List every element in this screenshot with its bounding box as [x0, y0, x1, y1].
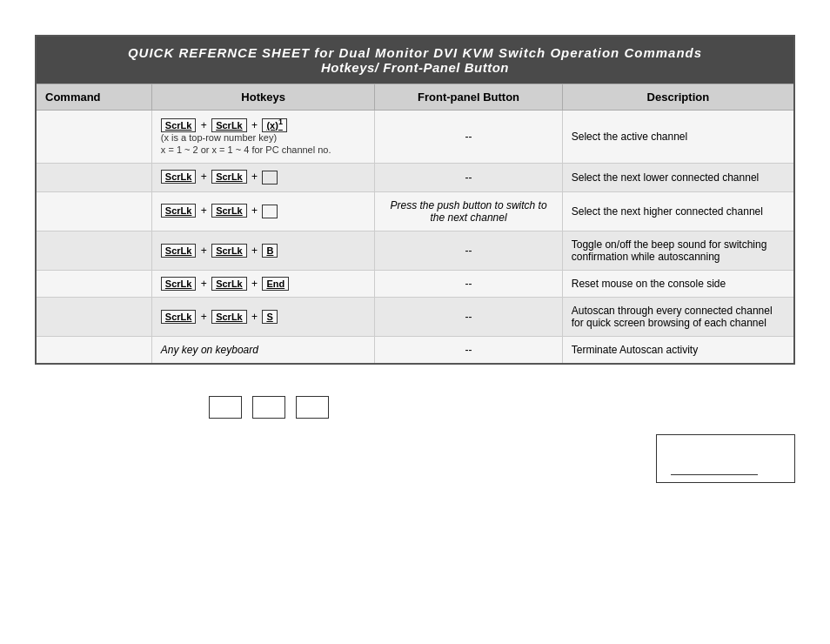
bottom-right-box: [656, 434, 795, 483]
key-scrlk: ScrLk: [161, 277, 197, 291]
row4-frontpanel: --: [375, 231, 562, 270]
key-down-box: [262, 205, 278, 218]
row5-command: [36, 270, 151, 297]
table-row: ScrLk + ScrLk + S -- Autoscan through ev…: [36, 297, 794, 336]
row1-frontpanel: --: [375, 111, 562, 164]
row2-command: [36, 163, 151, 191]
table-row: ScrLk + ScrLk + B -- Toggle on/off the b…: [36, 231, 794, 270]
table-row: ScrLk + ScrLk + -- Select the next lower…: [36, 163, 794, 191]
row4-command: [36, 231, 151, 270]
row7-frontpanel: --: [375, 336, 562, 364]
row3-description: Select the next higher connected channel: [562, 191, 794, 231]
row3-hotkeys: ScrLk + ScrLk +: [151, 191, 374, 231]
row5-hotkeys: ScrLk + ScrLk + End: [151, 270, 374, 297]
row6-command: [36, 297, 151, 336]
col-header-description: Description: [562, 84, 794, 111]
small-boxes-group: [209, 396, 795, 419]
row7-hotkeys-text: Any key on keyboard: [161, 344, 258, 356]
row6-description: Autoscan through every connected channel…: [562, 297, 794, 336]
bottom-area: [35, 396, 795, 483]
row2-frontpanel: --: [375, 163, 562, 191]
row4-hotkeys: ScrLk + ScrLk + B: [151, 231, 374, 270]
row7-description: Terminate Autoscan activity: [562, 336, 794, 364]
row6-hotkeys: ScrLk + ScrLk + S: [151, 297, 374, 336]
row2-hotkeys: ScrLk + ScrLk +: [151, 163, 374, 191]
key-end: End: [262, 277, 289, 291]
row3-command: [36, 191, 151, 231]
row6-frontpanel: --: [375, 297, 562, 336]
key-x: (x)1: [262, 118, 286, 132]
key-scrlk: ScrLk: [161, 170, 197, 184]
key-scrlk2: ScrLk: [211, 244, 247, 258]
key-scrlk2: ScrLk: [211, 204, 247, 218]
row7-command: [36, 336, 151, 364]
small-box-1: [209, 396, 242, 419]
key-scrlk: ScrLk: [161, 204, 197, 218]
col-header-command: Command: [36, 84, 151, 111]
table-row: Any key on keyboard -- Terminate Autosca…: [36, 336, 794, 364]
key-b: B: [262, 244, 278, 258]
table-row: ScrLk + ScrLk + Press the push button to…: [36, 191, 794, 231]
key-scrlk2: ScrLk: [211, 170, 247, 184]
row7-hotkeys: Any key on keyboard: [151, 336, 374, 364]
row5-description: Reset mouse on the console side: [562, 270, 794, 297]
small-box-3: [296, 396, 329, 419]
key-s: S: [262, 310, 277, 324]
key-scrlk2: ScrLk: [211, 118, 247, 132]
key-scrlk2: ScrLk: [211, 277, 247, 291]
row1-hotkeys-sub: (x is a top-row number key)x = 1 ~ 2 or …: [161, 132, 331, 155]
row3-frontpanel-text: Press the push button to switch to the n…: [390, 199, 546, 224]
key-up-box: [262, 171, 278, 184]
key-scrlk: ScrLk: [161, 118, 197, 132]
key-scrlk2: ScrLk: [211, 310, 247, 324]
header-title-line2: Hotkeys/ Front-Panel Button: [50, 60, 780, 75]
row1-description: Select the active channel: [562, 111, 794, 164]
table-row: ScrLk + ScrLk + End -- Reset mouse on th…: [36, 270, 794, 297]
quick-reference-table: QUICK REFERNCE SHEET for Dual Monitor DV…: [35, 35, 795, 365]
col-header-hotkeys: Hotkeys: [151, 84, 374, 111]
table-row: ScrLk + ScrLk + (x)1 (x is a top-row num…: [36, 111, 794, 164]
key-scrlk: ScrLk: [161, 244, 197, 258]
row3-frontpanel: Press the push button to switch to the n…: [375, 191, 562, 231]
small-box-2: [252, 396, 285, 419]
table-header: QUICK REFERNCE SHEET for Dual Monitor DV…: [36, 36, 794, 84]
row1-command: [36, 111, 151, 164]
row5-frontpanel: --: [375, 270, 562, 297]
row4-description: Toggle on/off the beep sound for switchi…: [562, 231, 794, 270]
row2-description: Select the next lower connected channel: [562, 163, 794, 191]
col-header-frontpanel: Front-panel Button: [375, 84, 562, 111]
header-title-line1: QUICK REFERNCE SHEET for Dual Monitor DV…: [50, 45, 780, 60]
row1-hotkeys: ScrLk + ScrLk + (x)1 (x is a top-row num…: [151, 111, 374, 164]
bottom-right-line: [671, 474, 758, 475]
key-scrlk: ScrLk: [161, 310, 197, 324]
